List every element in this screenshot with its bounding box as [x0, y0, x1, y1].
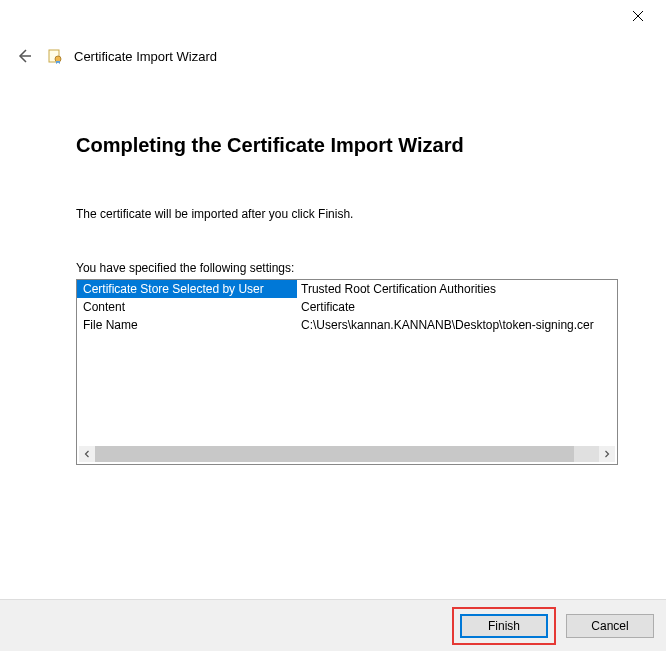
finish-button[interactable]: Finish	[460, 614, 548, 638]
horizontal-scrollbar[interactable]	[79, 446, 615, 462]
settings-value-filename: C:\Users\kannan.KANNANB\Desktop\token-si…	[297, 316, 617, 334]
settings-row[interactable]: Certificate Store Selected by User Trust…	[77, 280, 617, 298]
settings-key-filename: File Name	[77, 316, 297, 334]
finish-highlight: Finish	[452, 607, 556, 645]
settings-key-content: Content	[77, 298, 297, 316]
page-heading: Completing the Certificate Import Wizard	[76, 134, 618, 157]
chevron-right-icon	[603, 450, 611, 458]
scroll-right-button[interactable]	[599, 446, 615, 462]
wizard-header: Certificate Import Wizard	[0, 30, 666, 74]
instruction-text: The certificate will be imported after y…	[76, 207, 618, 221]
settings-value-store: Trusted Root Certification Authorities	[297, 280, 617, 298]
back-button[interactable]	[12, 44, 36, 68]
settings-row[interactable]: Content Certificate	[77, 298, 617, 316]
title-bar	[0, 0, 666, 30]
settings-listbox[interactable]: Certificate Store Selected by User Trust…	[76, 279, 618, 465]
settings-row[interactable]: File Name C:\Users\kannan.KANNANB\Deskto…	[77, 316, 617, 334]
back-arrow-icon	[15, 47, 33, 65]
chevron-left-icon	[83, 450, 91, 458]
scroll-left-button[interactable]	[79, 446, 95, 462]
wizard-content: Completing the Certificate Import Wizard…	[0, 74, 666, 465]
close-icon	[632, 10, 644, 22]
scroll-thumb[interactable]	[95, 446, 574, 462]
close-button[interactable]	[618, 4, 658, 28]
settings-label: You have specified the following setting…	[76, 261, 618, 275]
settings-value-content: Certificate	[297, 298, 617, 316]
window-title: Certificate Import Wizard	[74, 49, 217, 64]
scroll-track[interactable]	[95, 446, 599, 462]
cancel-button[interactable]: Cancel	[566, 614, 654, 638]
settings-key-store: Certificate Store Selected by User	[77, 280, 297, 298]
certificate-icon	[46, 47, 64, 65]
button-bar: Finish Cancel	[0, 599, 666, 651]
